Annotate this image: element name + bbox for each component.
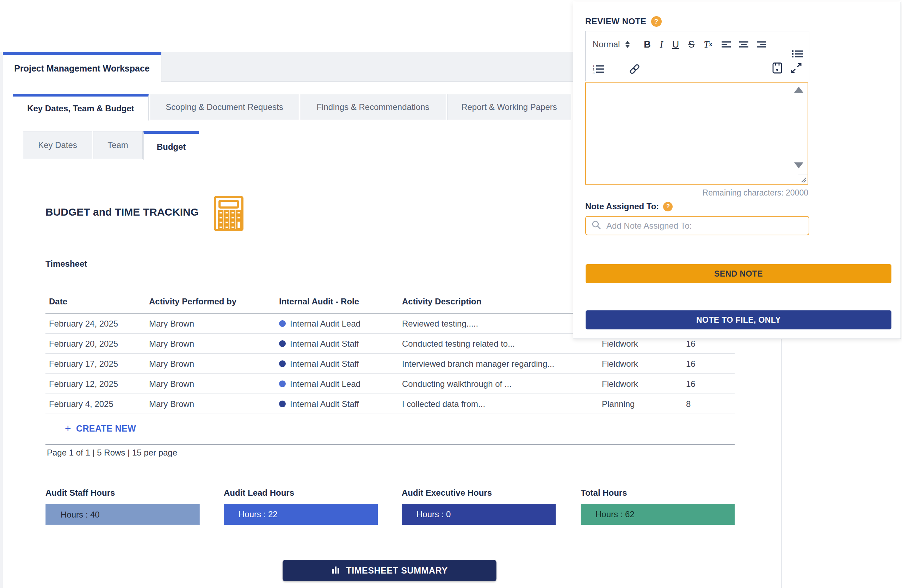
assigned-to-search [585,216,809,235]
cell-date: February 12, 2025 [49,379,118,389]
app-root: Project Management Workspace Key Dates, … [0,0,902,588]
editor-toolbar-row1: Normal B I U S Tx [586,31,809,58]
cell-date: February 24, 2025 [49,319,118,329]
role-dot [279,380,286,387]
timesheet-summary-button[interactable]: TIMESHEET SUMMARY [283,560,496,581]
cell-hours: 16 [686,339,695,349]
rich-text-editor: Normal B I U S Tx [585,31,809,81]
align-right-icon[interactable] [756,41,766,48]
cell-date: February 17, 2025 [49,359,118,369]
note-text-area[interactable] [585,83,808,185]
cell-role: Internal Audit Staff [290,359,359,369]
cell-date: February 4, 2025 [49,399,113,409]
ordered-list-icon[interactable]: 123 [593,64,604,74]
left-gutter [0,52,3,588]
align-center-icon[interactable] [739,41,749,48]
column-header-date: Date [49,297,67,307]
cell-phase: Fieldwork [602,359,638,369]
tab-key-dates[interactable]: Key Dates [23,131,92,159]
audit-executive-hours-value: Hours : 0 [402,504,556,525]
cell-description: Interviewed branch manager regarding... [402,359,554,369]
tab-findings-recommendations[interactable]: Findings & Recommendations [300,94,446,120]
page-title: BUDGET and TIME TRACKING [45,206,199,218]
note-to-file-only-button[interactable]: NOTE TO FILE, ONLY [586,310,891,329]
send-note-button[interactable]: SEND NOTE [586,264,891,283]
cell-performed-by: Mary Brown [149,359,194,369]
cell-phase: Planning [602,399,634,409]
clear-formatting-x: x [709,41,712,48]
expand-icon[interactable] [791,63,802,75]
cell-role: Internal Audit Lead [290,379,360,389]
role-dot [279,320,286,327]
cell-role: Internal Audit Staff [290,399,359,409]
total-hours-label: Total Hours [581,488,734,498]
review-note-panel: REVIEW NOTE ? Normal B I U S Tx [573,2,901,339]
audit-staff-hours-value: Hours : 40 [45,504,200,525]
italic-button[interactable]: I [660,39,663,50]
remaining-characters: Remaining characters: 20000 [585,188,808,198]
underline-button[interactable]: U [672,39,679,50]
role-dot [279,400,286,407]
plus-icon: + [65,422,71,435]
tab-key-dates-team-budget[interactable]: Key Dates, Team & Budget [13,94,149,120]
timesheet-summary-label: TIMESHEET SUMMARY [346,565,448,575]
cell-phase: Fieldwork [602,339,638,349]
total-hours-value: Hours : 62 [581,504,734,525]
cell-description: Conducted testing related to... [402,339,515,349]
cell-date: February 20, 2025 [49,339,118,349]
role-dot [279,340,286,347]
timesheet-title: Timesheet [45,259,87,269]
audit-staff-hours-label: Audit Staff Hours [45,488,200,498]
cell-hours: 8 [686,399,691,409]
review-note-title: REVIEW NOTE [585,17,647,27]
cell-performed-by: Mary Brown [149,399,194,409]
calculator-icon [213,195,244,233]
save-icon[interactable] [772,63,782,75]
audit-lead-hours-label: Audit Lead Hours [224,488,378,498]
audit-executive-hours-label: Audit Executive Hours [402,488,556,498]
cell-role: Internal Audit Staff [290,339,359,349]
cell-performed-by: Mary Brown [149,379,194,389]
table-row[interactable]: February 17, 2025 Mary Brown Internal Au… [45,354,734,374]
cell-description: Conducting walkthrough of ... [402,379,512,389]
search-icon [592,220,601,231]
link-icon[interactable] [629,63,640,75]
cell-hours: 16 [686,379,695,389]
cell-phase: Fieldwork [602,379,638,389]
column-header-role: Internal Audit - Role [279,297,359,307]
align-left-icon[interactable] [721,41,731,48]
tab-project-management-workspace[interactable]: Project Management Workspace [3,52,161,82]
create-new-button[interactable]: + CREATE NEW [65,422,136,435]
format-dropdown-value: Normal [593,39,620,49]
chevron-updown-icon [625,41,630,48]
help-icon[interactable]: ? [663,202,673,211]
tab-scoping-document-requests[interactable]: Scoping & Document Requests [150,94,299,120]
help-icon[interactable]: ? [651,16,662,27]
table-row[interactable]: February 12, 2025 Mary Brown Internal Au… [45,374,734,394]
svg-text:2: 2 [593,68,594,71]
tab-team[interactable]: Team [93,131,143,159]
tab-report-working-papers[interactable]: Report & Working Papers [447,94,571,120]
cell-performed-by: Mary Brown [149,319,194,329]
scroll-up-icon[interactable] [794,87,803,93]
create-new-label: CREATE NEW [76,424,136,434]
table-row[interactable]: February 4, 2025 Mary Brown Internal Aud… [45,394,734,414]
assigned-to-input[interactable] [606,221,809,231]
pagination-info: Page 1 of 1 | 5 Rows | 15 per page [47,448,177,458]
note-assigned-to-label: Note Assigned To: [585,202,659,211]
bar-chart-icon [331,565,340,576]
resize-handle-icon[interactable] [798,174,808,184]
scroll-down-icon[interactable] [794,163,803,168]
svg-text:3: 3 [593,71,594,74]
tab-budget[interactable]: Budget [143,131,199,160]
column-header-performed-by: Activity Performed by [149,297,236,307]
format-dropdown[interactable]: Normal [593,39,630,49]
cell-description: I collected data from... [402,399,485,409]
cell-performed-by: Mary Brown [149,339,194,349]
bold-button[interactable]: B [644,39,651,50]
cell-description: Reviewed testing..... [402,319,478,329]
clear-formatting-button[interactable]: Tx [704,39,712,50]
strikethrough-button[interactable]: S [688,39,694,50]
audit-lead-hours-value: Hours : 22 [224,504,378,525]
table-bottom-divider [45,444,734,445]
